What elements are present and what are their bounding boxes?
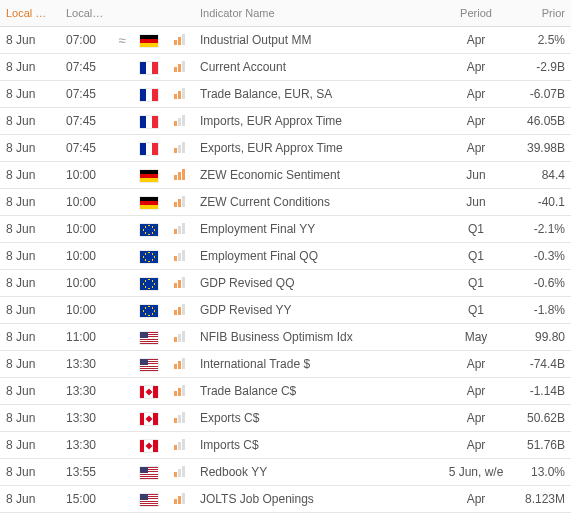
cell-importance: [164, 378, 194, 405]
cell-importance: [164, 351, 194, 378]
cell-importance: [164, 162, 194, 189]
flag-ca-icon: [140, 386, 158, 398]
cell-indicator: JOLTS Job Openings: [194, 486, 441, 513]
cell-period: Apr: [441, 432, 511, 459]
importance-icon: [174, 492, 185, 504]
table-row[interactable]: 8 Jun15:00JOLTS Job OpeningsApr8.123M: [0, 486, 571, 513]
approx-icon: [110, 162, 134, 189]
col-indicator[interactable]: Indicator Name: [194, 0, 441, 27]
cell-time: 13:55: [60, 459, 110, 486]
cell-indicator: NFIB Business Optimism Idx: [194, 324, 441, 351]
cell-country: [134, 27, 164, 54]
cell-importance: [164, 189, 194, 216]
cell-time: 11:00: [60, 324, 110, 351]
cell-indicator: Exports C$: [194, 405, 441, 432]
cell-importance: [164, 297, 194, 324]
approx-icon: [110, 189, 134, 216]
cell-date: 8 Jun: [0, 216, 60, 243]
cell-time: 10:00: [60, 162, 110, 189]
flag-de-icon: [140, 197, 158, 209]
table-row[interactable]: 8 Jun13:30Imports C$Apr51.76B: [0, 432, 571, 459]
cell-indicator: ZEW Current Conditions: [194, 189, 441, 216]
cell-date: 8 Jun: [0, 27, 60, 54]
cell-prior: 13.0%: [511, 459, 571, 486]
flag-eu-icon: [140, 251, 158, 263]
approx-icon: ≈: [110, 27, 134, 54]
table-row[interactable]: 8 Jun11:00NFIB Business Optimism IdxMay9…: [0, 324, 571, 351]
importance-icon: [174, 114, 185, 126]
table-row[interactable]: 8 Jun13:30Exports C$Apr50.62B: [0, 405, 571, 432]
cell-country: [134, 108, 164, 135]
table-row[interactable]: 8 Jun10:00GDP Revised QQQ1-0.6%: [0, 270, 571, 297]
flag-eu-icon: [140, 224, 158, 236]
cell-prior: 8.123M: [511, 486, 571, 513]
col-date[interactable]: Local Date: [0, 0, 60, 27]
cell-date: 8 Jun: [0, 270, 60, 297]
table-row[interactable]: 8 Jun10:00Employment Final YYQ1-2.1%: [0, 216, 571, 243]
col-period[interactable]: Period: [441, 0, 511, 27]
table-row[interactable]: 8 Jun10:00GDP Revised YYQ1-1.8%: [0, 297, 571, 324]
importance-icon: [174, 357, 185, 369]
cell-time: 07:45: [60, 135, 110, 162]
col-date-label: Local Date: [6, 7, 59, 19]
importance-icon: [174, 303, 185, 315]
cell-indicator: International Trade $: [194, 351, 441, 378]
cell-date: 8 Jun: [0, 135, 60, 162]
cell-prior: -74.4B: [511, 351, 571, 378]
approx-icon: [110, 81, 134, 108]
table-row[interactable]: 8 Jun07:45Imports, EUR Approx TimeApr46.…: [0, 108, 571, 135]
cell-indicator: Industrial Output MM: [194, 27, 441, 54]
table-row[interactable]: 8 Jun07:45Exports, EUR Approx TimeApr39.…: [0, 135, 571, 162]
cell-importance: [164, 135, 194, 162]
table-row[interactable]: 8 Jun07:45Trade Balance, EUR, SAApr-6.07…: [0, 81, 571, 108]
cell-country: [134, 405, 164, 432]
cell-time: 10:00: [60, 243, 110, 270]
cell-country: [134, 432, 164, 459]
table-row[interactable]: 8 Jun13:55Redbook YY5 Jun, w/e13.0%: [0, 459, 571, 486]
approx-icon: [110, 351, 134, 378]
cell-date: 8 Jun: [0, 486, 60, 513]
table-row[interactable]: 8 Jun10:00Employment Final QQQ1-0.3%: [0, 243, 571, 270]
flag-ca-icon: [140, 413, 158, 425]
table-row[interactable]: 8 Jun07:45Current AccountApr-2.9B: [0, 54, 571, 81]
approx-icon: [110, 486, 134, 513]
table-row[interactable]: 8 Jun13:30Trade Balance C$Apr-1.14B: [0, 378, 571, 405]
cell-date: 8 Jun: [0, 162, 60, 189]
approx-icon: [110, 324, 134, 351]
col-time[interactable]: Local Time: [60, 0, 110, 27]
flag-de-icon: [140, 170, 158, 182]
cell-prior: -2.1%: [511, 216, 571, 243]
cell-indicator: Trade Balance, EUR, SA: [194, 81, 441, 108]
cell-indicator: GDP Revised YY: [194, 297, 441, 324]
cell-country: [134, 378, 164, 405]
cell-indicator: GDP Revised QQ: [194, 270, 441, 297]
col-importance: [164, 0, 194, 27]
cell-time: 13:30: [60, 378, 110, 405]
importance-icon: [174, 60, 185, 72]
approx-icon: [110, 135, 134, 162]
table-row[interactable]: 8 Jun10:00ZEW Economic SentimentJun84.4: [0, 162, 571, 189]
importance-icon: [174, 141, 185, 153]
importance-icon: [174, 276, 185, 288]
cell-period: Apr: [441, 378, 511, 405]
cell-prior: 2.5%: [511, 27, 571, 54]
approx-icon: [110, 432, 134, 459]
approx-icon: [110, 405, 134, 432]
cell-period: Apr: [441, 135, 511, 162]
cell-indicator: Redbook YY: [194, 459, 441, 486]
table-row[interactable]: 8 Jun10:00ZEW Current ConditionsJun-40.1: [0, 189, 571, 216]
economic-calendar-table: Local Date Local Time Indicator Name Per…: [0, 0, 571, 514]
cell-prior: 50.62B: [511, 405, 571, 432]
cell-prior: 84.4: [511, 162, 571, 189]
cell-prior: -0.3%: [511, 243, 571, 270]
cell-period: Q1: [441, 270, 511, 297]
importance-icon: [174, 87, 185, 99]
table-row[interactable]: 8 Jun13:30International Trade $Apr-74.4B: [0, 351, 571, 378]
cell-importance: [164, 459, 194, 486]
cell-country: [134, 243, 164, 270]
cell-importance: [164, 243, 194, 270]
col-prior[interactable]: Prior: [511, 0, 571, 27]
table-row[interactable]: 8 Jun07:00≈Industrial Output MMApr2.5%: [0, 27, 571, 54]
cell-importance: [164, 486, 194, 513]
importance-icon: [174, 195, 185, 207]
